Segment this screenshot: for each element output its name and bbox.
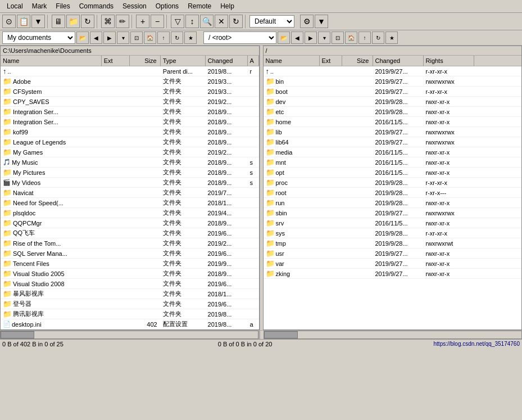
left-file-row[interactable]: League of Legends 文件夹 2018/9... (1, 137, 259, 147)
right-file-row[interactable]: bin 2019/9/27... rwxrwxrwx (264, 76, 522, 87)
right-file-row[interactable]: mnt 2016/11/5... rwxr-xr-x (264, 157, 522, 168)
left-file-row[interactable]: Navicat 文件夹 2019/7... (1, 188, 259, 198)
toolbar-new-btn[interactable]: ⊙ (2, 15, 16, 28)
right-home-btn[interactable]: 🏠 (345, 31, 357, 44)
toolbar-dropdown-btn[interactable]: ▼ (31, 15, 45, 28)
left-file-row[interactable]: My Games 文件夹 2019/2... (1, 147, 259, 157)
right-nav-btn3[interactable]: ▾ (318, 31, 330, 44)
left-file-row[interactable]: My Videos 文件夹 2018/9... s (1, 178, 259, 188)
right-bookmark-select[interactable]: / <root> (203, 31, 276, 44)
left-folder-open-btn[interactable]: 📂 (76, 31, 89, 44)
right-back-btn[interactable]: ◀ (291, 31, 303, 44)
left-bookmark-select[interactable]: My documents (2, 31, 75, 44)
right-file-row[interactable]: run 2019/9/28... rwxr-xr-x (264, 198, 522, 208)
left-col-type[interactable]: Type (161, 56, 206, 66)
right-file-row[interactable]: zking 2019/9/27... rwxr-xr-x (264, 269, 522, 279)
right-refresh-btn[interactable]: ↻ (372, 31, 384, 44)
left-file-row[interactable]: Visual Studio 2005 文件夹 2018/9... (1, 269, 259, 279)
left-refresh-btn[interactable]: ↻ (171, 31, 183, 44)
left-file-row[interactable]: My Pictures 文件夹 2018/9... s (1, 168, 259, 178)
left-file-row[interactable]: Integration Ser... 文件夹 2018/9... (1, 117, 259, 127)
right-file-row[interactable]: etc 2019/9/28... rwxr-xr-x (264, 107, 522, 117)
toolbar-cancel-btn[interactable]: ✕ (215, 15, 228, 28)
toolbar-add-btn[interactable]: + (136, 15, 149, 28)
toolbar-minus-btn[interactable]: − (151, 15, 164, 28)
left-file-row[interactable]: CPY_SAVES 文件夹 2019/2... (1, 97, 259, 107)
left-file-row[interactable]: Integration Ser... 文件夹 2018/9... (1, 107, 259, 117)
profile-select[interactable]: Default (249, 15, 294, 28)
right-file-row[interactable]: root 2019/9/28... r-xr-x--- (264, 188, 522, 198)
toolbar-filter-btn[interactable]: ▽ (171, 15, 184, 28)
left-bookmark-btn[interactable]: ★ (184, 31, 197, 44)
right-file-row[interactable]: lib 2019/9/27... rwxrwxrwx (264, 127, 522, 137)
right-file-row[interactable]: opt 2016/11/5... rwxr-xr-x (264, 168, 522, 178)
left-file-row[interactable]: 登号器 文件夹 2019/6... (1, 299, 259, 309)
left-file-row[interactable]: 腾讯影视库 文件夹 2019/8... (1, 309, 259, 319)
left-file-row[interactable]: QQPCMgr 文件夹 2018/9... (1, 218, 259, 228)
left-col-size[interactable]: Size (130, 56, 161, 66)
right-hscroll[interactable] (264, 331, 522, 339)
left-up-btn[interactable]: ↑ (157, 31, 170, 44)
right-file-row[interactable]: tmp 2019/9/28... rwxrwxrwt (264, 238, 522, 249)
toolbar-copy-btn[interactable]: 📋 (17, 15, 30, 28)
menu-remote[interactable]: Remote (183, 1, 216, 11)
right-file-row[interactable]: proc 2019/9/28... r-xr-xr-x (264, 178, 522, 188)
right-file-row[interactable]: boot 2019/9/27... r-xr-xr-x (264, 87, 522, 97)
left-file-row[interactable]: plsqldoc 文件夹 2019/4... (1, 208, 259, 218)
right-root-btn[interactable]: ⊡ (332, 31, 344, 44)
left-file-row[interactable]: 暴风影视库 文件夹 2018/1... (1, 289, 259, 299)
right-file-row[interactable]: srv 2016/11/5... rwxr-xr-x (264, 218, 522, 228)
left-col-name[interactable]: Name (1, 56, 102, 66)
right-col-name[interactable]: Name (264, 56, 320, 66)
left-nav-btn3[interactable]: ▾ (117, 31, 129, 44)
toolbar-settings-btn[interactable]: ⚙ (300, 15, 314, 28)
left-file-row[interactable]: My Music 文件夹 2018/9... s (1, 157, 259, 168)
toolbar-sort-btn[interactable]: ↕ (185, 15, 199, 28)
right-col-size[interactable]: Size (342, 56, 373, 66)
left-back-btn[interactable]: ◀ (90, 31, 102, 44)
toolbar-connect-btn[interactable]: 🖥 (52, 15, 65, 28)
menu-help[interactable]: Help (216, 1, 239, 11)
left-file-row[interactable]: Tencent Files 文件夹 2019/9... (1, 259, 259, 269)
left-col-changed[interactable]: Changed (206, 56, 248, 66)
right-forward-btn[interactable]: ▶ (305, 31, 317, 44)
menu-commands[interactable]: Commands (75, 1, 118, 11)
toolbar-reload-btn[interactable]: ↻ (229, 15, 243, 28)
right-col-rights[interactable]: Rights (424, 56, 474, 66)
toolbar-edit-btn[interactable]: ✏ (116, 15, 129, 28)
left-col-attr[interactable]: A (248, 56, 259, 66)
right-file-row[interactable]: usr 2019/9/27... rwxr-xr-x (264, 249, 522, 259)
left-hscroll[interactable] (0, 331, 260, 339)
right-file-row[interactable]: var 2019/9/27... rwxr-xr-x (264, 259, 522, 269)
left-file-row[interactable]: SQL Server Mana... 文件夹 2019/6... (1, 249, 259, 259)
right-file-row[interactable]: media 2016/11/5... rwxr-xr-x (264, 147, 522, 157)
menu-mark[interactable]: Mark (28, 1, 52, 11)
left-file-row[interactable]: QQ飞车 文件夹 2019/6... (1, 228, 259, 238)
right-file-row[interactable]: lib64 2019/9/27... rwxrwxrwx (264, 137, 522, 147)
right-file-row[interactable]: .. 2019/9/27... r-xr-xr-x (264, 66, 522, 76)
toolbar-cmd-btn[interactable]: ⌘ (101, 15, 115, 28)
right-file-list[interactable]: Name Ext Size Changed Rights .. 2019/9/2… (264, 56, 522, 329)
toolbar-refresh-btn[interactable]: ↻ (81, 15, 94, 28)
right-folder-open-btn[interactable]: 📂 (278, 31, 290, 44)
right-col-changed[interactable]: Changed (373, 56, 424, 66)
toolbar-dropdown2-btn[interactable]: ▼ (315, 15, 328, 28)
left-file-row[interactable]: .. Parent di... 2019/8... r (1, 66, 259, 76)
right-col-ext[interactable]: Ext (320, 56, 342, 66)
left-file-row[interactable]: kof99 文件夹 2018/9... (1, 127, 259, 137)
right-bookmark-btn[interactable]: ★ (385, 31, 398, 44)
right-file-row[interactable]: sys 2019/9/28... r-xr-xr-x (264, 228, 522, 238)
left-home-btn[interactable]: 🏠 (144, 31, 156, 44)
left-root-btn[interactable]: ⊡ (130, 31, 143, 44)
left-file-row[interactable]: Need for Speed(... 文件夹 2018/1... (1, 198, 259, 208)
menu-local[interactable]: Local (2, 1, 28, 11)
left-file-list[interactable]: Name Ext Size Type Changed A .. Parent d… (1, 56, 259, 329)
toolbar-sftp-btn[interactable]: 📁 (66, 15, 80, 28)
left-file-row[interactable]: Rise of the Tom... 文件夹 2019/2... (1, 238, 259, 249)
left-file-row[interactable]: Visual Studio 2008 文件夹 2019/6... (1, 279, 259, 289)
left-file-row[interactable]: CFSystem 文件夹 2019/3... (1, 87, 259, 97)
right-file-row[interactable]: sbin 2019/9/27... rwxrwxrwx (264, 208, 522, 218)
right-up-btn[interactable]: ↑ (358, 31, 371, 44)
menu-options[interactable]: Options (151, 1, 183, 11)
right-file-row[interactable]: dev 2019/9/28... rwxr-xr-x (264, 97, 522, 107)
